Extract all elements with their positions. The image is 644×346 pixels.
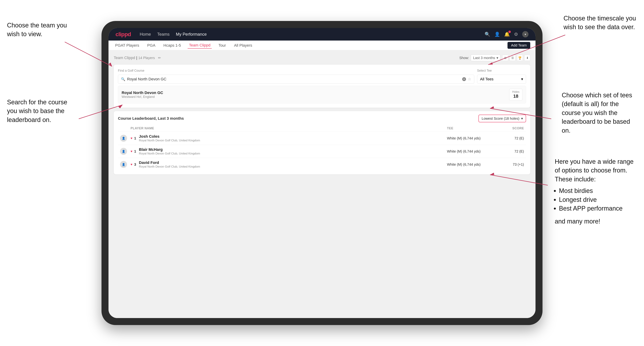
select-tee-label: Select Tee (477, 69, 526, 72)
search-icon[interactable]: 🔍 (484, 32, 490, 37)
player-cell: ♥ 1 Blair McHarg Royal North Devon Golf … (130, 147, 447, 155)
trophy-icon[interactable]: 🏆 (517, 55, 523, 61)
find-course-label: Find a Golf Course (118, 69, 474, 72)
score-type-dropdown[interactable]: Lowest Score (18 holes) ▾ (478, 115, 526, 122)
course-search-card: Find a Golf Course Select Tee 🔍 Royal No… (114, 65, 530, 108)
leaderboard-header-row: PLAYER NAME TEE SCORE (118, 125, 526, 132)
team-title: Team Clippd | 14 Players (114, 56, 155, 60)
player-club: Royal North Devon Golf Club, United King… (139, 152, 200, 155)
annotation-bottom-right: Here you have a wide range of options to… (555, 157, 639, 226)
player-club: Royal North Devon Golf Club, United King… (139, 139, 200, 142)
grid-view-icon[interactable]: ⊞ (502, 55, 508, 61)
rank-cell: 👤 (120, 135, 130, 142)
player-avatar: 👤 (120, 135, 127, 142)
chevron-down-icon: ▾ (521, 116, 523, 121)
tee-dropdown[interactable]: All Tees ▾ (477, 75, 526, 84)
score-cell: 73 (+1) (496, 163, 524, 167)
player-avatar: 👤 (120, 161, 127, 168)
team-header: Team Clippd | 14 Players ✏ Show: Last 3 … (114, 54, 530, 61)
annotation-top-left: Choose the team you wish to view. (7, 21, 74, 39)
subnav-team-clippd[interactable]: Team Clippd (188, 42, 212, 49)
leaderboard-table: PLAYER NAME TEE SCORE 👤 ♥ 1 J (118, 125, 526, 171)
annotation-top-right: Choose the timescale you wish to see the… (564, 14, 637, 32)
leaderboard-title: Course Leaderboard, Last 3 months (118, 116, 184, 121)
view-toggle-icons: ⊞ ☰ 🏆 ⬇ (502, 55, 530, 61)
subnav-pga[interactable]: PGA (146, 42, 156, 48)
tee-cell: White (M) (6,744 yds) (447, 136, 496, 140)
player-club: Royal North Devon Golf Club, United King… (139, 165, 200, 169)
col-header-empty (120, 127, 130, 130)
main-nav: Home Teams My Performance (140, 32, 478, 37)
app-logo: clippd (116, 31, 131, 37)
holes-badge: Holes 18 (509, 89, 522, 100)
annotation-mid-right: Choose which set of tees (default is all… (562, 91, 639, 135)
edit-team-icon[interactable]: ✏ (158, 56, 161, 60)
add-team-button[interactable]: Add Team (508, 42, 530, 49)
table-row: 👤 ♥ 3 David Ford Royal North Devon Golf … (118, 158, 526, 171)
holes-label: Holes (512, 90, 520, 93)
subnav-hcaps[interactable]: Hcaps 1-5 (162, 42, 182, 48)
chevron-down-icon: ▾ (521, 77, 523, 81)
show-row: Show: Last 3 months ▾ ⊞ ☰ 🏆 ⬇ (459, 54, 530, 61)
player-cell: ♥ 3 David Ford Royal North Devon Golf Cl… (130, 161, 447, 169)
favorite-icon[interactable]: ☆ (468, 77, 471, 81)
main-content: Team Clippd | 14 Players ✏ Show: Last 3 … (108, 50, 536, 318)
navbar-icons: 🔍 👤 🔔 ⚙ ▾ (484, 31, 528, 37)
annotation-mid-left: Search for the course you wish to base t… (7, 98, 70, 124)
navbar: clippd Home Teams My Performance 🔍 👤 🔔 ⚙… (108, 28, 536, 40)
table-row: 👤 ♥ 1 Blair McHarg Royal North Devon Gol… (118, 145, 526, 158)
player-rank: 1 (134, 136, 136, 140)
player-name: Josh Coles (139, 134, 200, 139)
subnav: PGAT Players PGA Hcaps 1-5 Team Clippd T… (108, 40, 536, 50)
bell-icon[interactable]: 🔔 (504, 32, 510, 37)
course-card-labels: Find a Golf Course Select Tee (118, 69, 526, 72)
leaderboard-card: Course Leaderboard, Last 3 months Lowest… (114, 111, 530, 174)
course-search-input[interactable]: 🔍 Royal North Devon GC ✕ ☆ (118, 75, 474, 84)
col-header-tee: TEE (447, 127, 496, 130)
col-header-score: SCORE (496, 127, 524, 130)
ipad-screen: clippd Home Teams My Performance 🔍 👤 🔔 ⚙… (108, 28, 536, 318)
holes-value: 18 (513, 93, 518, 99)
nav-my-performance[interactable]: My Performance (176, 32, 207, 37)
settings-icon[interactable]: ⚙ (514, 32, 518, 37)
rank-cell: 👤 (120, 161, 130, 168)
player-info: David Ford Royal North Devon Golf Club, … (139, 161, 200, 169)
user-avatar[interactable]: ▾ (522, 31, 528, 37)
player-rank: 3 (134, 163, 136, 167)
player-name: Blair McHarg (139, 147, 200, 152)
nav-teams[interactable]: Teams (157, 32, 170, 37)
course-search-row: 🔍 Royal North Devon GC ✕ ☆ All Tees ▾ (118, 75, 526, 84)
course-result: Royal North Devon GC Westward Ho!, Engla… (118, 86, 526, 103)
ipad-frame: clippd Home Teams My Performance 🔍 👤 🔔 ⚙… (102, 21, 542, 325)
score-cell: 72 (E) (496, 136, 524, 140)
tee-cell: White (M) (6,744 yds) (447, 149, 496, 154)
heart-icon[interactable]: ♥ (130, 150, 132, 153)
player-rank: 1 (134, 149, 136, 154)
heart-icon[interactable]: ♥ (130, 163, 132, 166)
course-name: Royal North Devon GC (122, 91, 163, 95)
table-row: 👤 ♥ 1 Josh Coles Royal North Devon Golf … (118, 132, 526, 145)
tee-cell: White (M) (6,744 yds) (447, 163, 496, 167)
show-period-dropdown[interactable]: Last 3 months ▾ (471, 54, 500, 61)
search-input-value: Royal North Devon GC (127, 77, 460, 81)
people-icon[interactable]: 👤 (494, 32, 500, 37)
nav-home[interactable]: Home (140, 32, 151, 37)
rank-cell: 👤 (120, 148, 130, 155)
show-label: Show: (459, 56, 469, 60)
player-cell: ♥ 1 Josh Coles Royal North Devon Golf Cl… (130, 134, 447, 142)
course-result-info: Royal North Devon GC Westward Ho!, Engla… (122, 91, 163, 99)
player-avatar: 👤 (120, 148, 127, 155)
clear-search-icon[interactable]: ✕ (462, 77, 466, 81)
search-icon: 🔍 (121, 77, 125, 81)
download-icon[interactable]: ⬇ (524, 55, 530, 61)
score-cell: 72 (E) (496, 149, 524, 154)
tee-select-area: All Tees ▾ (477, 75, 526, 84)
subnav-all-players[interactable]: All Players (232, 42, 254, 48)
player-name: David Ford (139, 161, 200, 165)
col-header-player: PLAYER NAME (130, 127, 447, 130)
heart-icon[interactable]: ♥ (130, 137, 132, 140)
subnav-tour[interactable]: Tour (217, 42, 227, 48)
list-view-icon[interactable]: ☰ (510, 55, 516, 61)
subnav-pgat[interactable]: PGAT Players (114, 42, 140, 48)
player-info: Blair McHarg Royal North Devon Golf Club… (139, 147, 200, 155)
